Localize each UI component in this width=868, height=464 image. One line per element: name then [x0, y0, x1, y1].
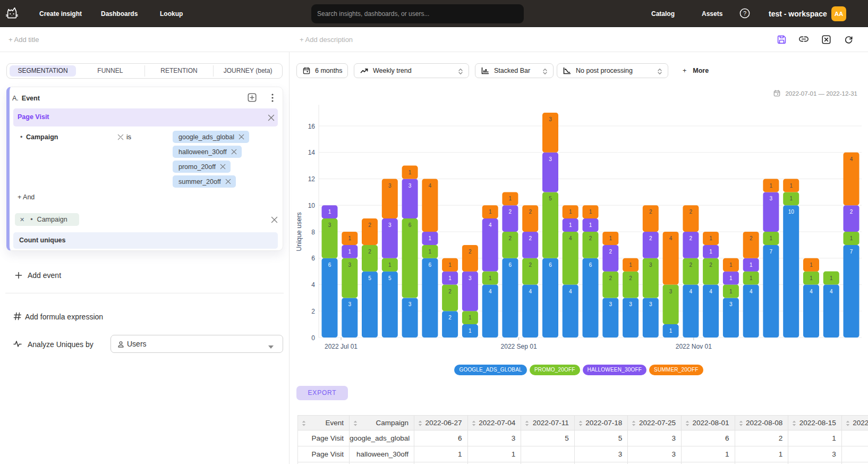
svg-text:16: 16 [308, 123, 316, 130]
svg-text:4: 4 [529, 289, 532, 294]
svg-text:4: 4 [569, 235, 572, 241]
svg-text:2: 2 [529, 235, 532, 241]
svg-text:12: 12 [308, 175, 316, 183]
svg-text:3: 3 [770, 196, 773, 201]
svg-text:1: 1 [750, 275, 753, 281]
svg-text:2: 2 [311, 308, 315, 315]
svg-text:2: 2 [649, 235, 652, 241]
svg-text:1: 1 [770, 235, 773, 241]
svg-text:?: ? [743, 10, 746, 16]
svg-text:5: 5 [549, 196, 552, 201]
svg-text:1: 1 [448, 275, 452, 281]
svg-text:1: 1 [348, 249, 352, 255]
svg-text:4: 4 [850, 156, 853, 162]
svg-text:2: 2 [609, 249, 612, 255]
svg-text:4: 4 [489, 222, 492, 228]
svg-text:1: 1 [810, 262, 813, 268]
svg-text:7: 7 [850, 249, 853, 255]
svg-text:3: 3 [348, 301, 352, 307]
svg-text:2: 2 [750, 235, 753, 241]
svg-text:1: 1 [348, 235, 352, 241]
svg-text:8: 8 [311, 229, 315, 236]
svg-text:2: 2 [649, 209, 652, 215]
svg-text:1: 1 [469, 328, 472, 334]
svg-text:3: 3 [348, 262, 352, 268]
svg-text:4: 4 [669, 235, 673, 241]
svg-text:4: 4 [311, 281, 315, 289]
svg-text:7: 7 [770, 249, 773, 255]
svg-text:1: 1 [489, 275, 492, 281]
svg-text:1: 1 [830, 275, 833, 281]
svg-text:2022 Nov 01: 2022 Nov 01 [676, 343, 712, 350]
svg-text:1: 1 [629, 262, 632, 268]
svg-text:1: 1 [750, 262, 753, 268]
svg-text:0: 0 [311, 334, 315, 342]
svg-text:1: 1 [669, 328, 673, 334]
svg-text:2: 2 [509, 209, 512, 215]
svg-text:4: 4 [429, 183, 432, 189]
svg-text:2022 Sep 01: 2022 Sep 01 [501, 343, 537, 350]
svg-text:1: 1 [789, 196, 793, 201]
svg-text:2: 2 [609, 275, 612, 281]
svg-text:6: 6 [328, 262, 331, 268]
svg-text:2022 Jul 01: 2022 Jul 01 [325, 343, 358, 350]
svg-text:1: 1 [448, 262, 452, 268]
svg-text:1: 1 [489, 209, 492, 215]
svg-text:10: 10 [788, 209, 795, 215]
svg-text:3: 3 [649, 301, 652, 307]
svg-text:1: 1 [388, 262, 392, 268]
svg-text:5: 5 [368, 275, 371, 281]
svg-text:4: 4 [690, 289, 693, 294]
svg-text:2: 2 [529, 262, 532, 268]
svg-text:3: 3 [609, 301, 612, 307]
svg-text:2: 2 [448, 289, 452, 294]
svg-text:14: 14 [308, 149, 316, 156]
svg-text:1: 1 [729, 289, 733, 294]
svg-text:1: 1 [850, 235, 853, 241]
svg-text:4: 4 [810, 289, 813, 294]
svg-text:6: 6 [549, 262, 552, 268]
svg-text:6: 6 [509, 262, 512, 268]
svg-text:3: 3 [669, 289, 673, 294]
svg-text:1: 1 [770, 183, 773, 189]
svg-text:3: 3 [649, 262, 652, 268]
svg-text:3: 3 [328, 222, 331, 228]
svg-text:3: 3 [409, 183, 412, 189]
svg-text:2: 2 [629, 275, 632, 281]
svg-text:1: 1 [328, 209, 331, 215]
svg-text:6: 6 [589, 262, 592, 268]
svg-text:6: 6 [311, 255, 315, 262]
svg-text:1: 1 [569, 222, 572, 228]
svg-text:2: 2 [690, 235, 693, 241]
svg-text:1: 1 [729, 275, 733, 281]
svg-text:3: 3 [729, 301, 733, 307]
svg-text:2: 2 [690, 262, 693, 268]
svg-text:1: 1 [729, 262, 733, 268]
svg-text:5: 5 [388, 275, 392, 281]
svg-text:2: 2 [448, 315, 452, 320]
svg-text:3: 3 [409, 301, 412, 307]
svg-text:10: 10 [308, 202, 316, 209]
svg-text:3: 3 [388, 183, 392, 189]
svg-text:3: 3 [629, 301, 632, 307]
svg-text:4: 4 [750, 289, 753, 294]
svg-text:3: 3 [549, 116, 552, 122]
svg-text:2: 2 [469, 249, 472, 255]
svg-text:1: 1 [569, 209, 572, 215]
svg-text:1: 1 [429, 249, 432, 255]
svg-text:1: 1 [709, 235, 712, 241]
svg-text:1: 1 [709, 249, 712, 255]
svg-text:2: 2 [509, 235, 512, 241]
svg-text:1: 1 [409, 170, 412, 175]
svg-text:1: 1 [609, 235, 612, 241]
svg-text:2: 2 [850, 209, 853, 215]
svg-text:3: 3 [388, 222, 392, 228]
svg-text:4: 4 [830, 289, 833, 294]
svg-text:4: 4 [709, 289, 712, 294]
svg-text:2: 2 [368, 222, 371, 228]
svg-text:6: 6 [409, 222, 412, 228]
svg-text:1: 1 [810, 275, 813, 281]
svg-text:1: 1 [509, 196, 512, 201]
svg-text:4: 4 [489, 289, 492, 294]
svg-text:2: 2 [368, 249, 371, 255]
